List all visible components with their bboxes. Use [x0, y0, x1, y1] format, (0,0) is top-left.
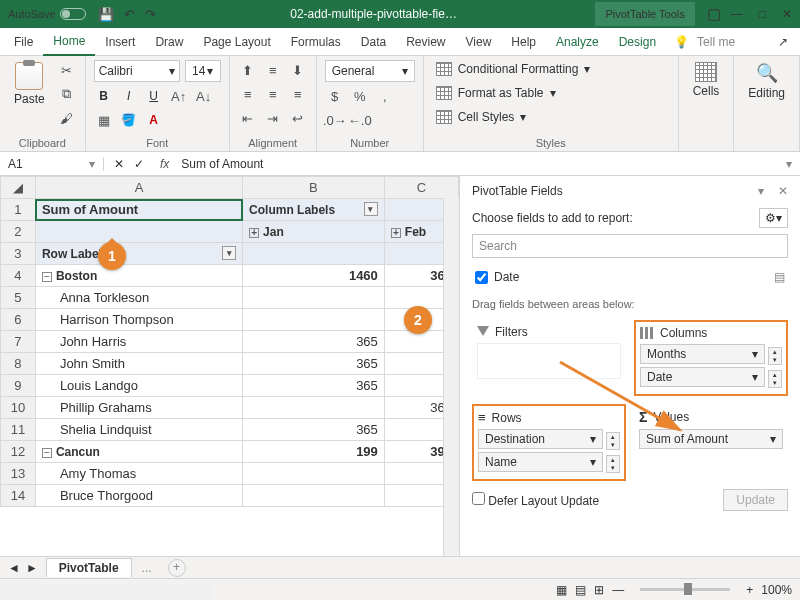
field-search-input[interactable]: Search [472, 234, 788, 258]
cell[interactable]: Bruce Thorgood [35, 485, 242, 507]
cell-styles-button[interactable]: Cell Styles▾ [432, 108, 531, 126]
reorder-spinner[interactable]: ▴▾ [606, 432, 620, 450]
autosave-toggle[interactable] [60, 8, 86, 20]
filter-dropdown-icon[interactable]: ▾ [222, 246, 236, 260]
row-header[interactable]: 5 [1, 287, 36, 309]
cell[interactable] [243, 485, 385, 507]
cell[interactable]: 365 [243, 375, 385, 397]
copy-button[interactable]: ⧉ [57, 84, 77, 104]
cell[interactable] [243, 243, 385, 265]
increase-indent-button[interactable]: ⇥ [263, 108, 283, 128]
field-checkbox[interactable] [475, 271, 488, 284]
decrease-decimal-button[interactable]: ←.0 [350, 110, 370, 130]
cell[interactable]: John Smith [35, 353, 242, 375]
cell[interactable] [243, 287, 385, 309]
tab-page-layout[interactable]: Page Layout [193, 29, 280, 55]
area-columns[interactable]: Columns Months▾▴▾ Date▾▴▾ [634, 320, 788, 396]
cell[interactable]: 365 [243, 331, 385, 353]
editing-button[interactable]: 🔍Editing [742, 60, 791, 102]
cell[interactable] [243, 463, 385, 485]
format-painter-button[interactable]: 🖌 [57, 108, 77, 128]
area-item[interactable]: Date▾ [640, 367, 765, 387]
zoom-level[interactable]: 100% [761, 583, 792, 597]
col-header-a[interactable]: A [35, 177, 242, 199]
horizontal-scrollbar[interactable] [0, 584, 210, 600]
reorder-spinner[interactable]: ▴▾ [768, 370, 782, 388]
row-header[interactable]: 6 [1, 309, 36, 331]
close-icon[interactable]: ✕ [782, 7, 792, 21]
filter-dropdown-icon[interactable]: ▾ [364, 202, 378, 216]
expand-icon[interactable]: + [391, 228, 401, 238]
sheet-tab-overflow[interactable]: ... [132, 559, 162, 577]
align-left-button[interactable]: ≡ [238, 84, 258, 104]
prev-sheet-icon[interactable]: ◄ [8, 561, 20, 575]
bold-button[interactable]: B [94, 86, 114, 106]
tab-help[interactable]: Help [501, 29, 546, 55]
tab-data[interactable]: Data [351, 29, 396, 55]
cell[interactable]: −Boston [35, 265, 242, 287]
cell[interactable]: Harrison Thompson [35, 309, 242, 331]
align-top-button[interactable]: ⬆ [238, 60, 258, 80]
minimize-icon[interactable]: — [731, 7, 743, 21]
cell[interactable] [35, 221, 242, 243]
cell[interactable]: Amy Thomas [35, 463, 242, 485]
row-header[interactable]: 13 [1, 463, 36, 485]
paste-button[interactable]: Paste [8, 60, 51, 108]
row-header[interactable]: 14 [1, 485, 36, 507]
area-filters[interactable]: Filters [472, 320, 626, 396]
row-header[interactable]: 9 [1, 375, 36, 397]
cell[interactable]: 365 [243, 419, 385, 441]
chevron-down-icon[interactable]: ▾ [758, 184, 764, 198]
align-right-button[interactable]: ≡ [288, 84, 308, 104]
cell[interactable]: John Harris [35, 331, 242, 353]
worksheet[interactable]: ◢ABC 1Sum of AmountColumn Labels▾ 2+Jan+… [0, 176, 460, 556]
tab-view[interactable]: View [456, 29, 502, 55]
borders-button[interactable]: ▦ [94, 110, 114, 130]
align-center-button[interactable]: ≡ [263, 84, 283, 104]
font-size-select[interactable]: 14▾ [185, 60, 221, 82]
defer-checkbox[interactable] [472, 492, 485, 505]
tab-design[interactable]: Design [609, 29, 666, 55]
format-as-table-button[interactable]: Format as Table▾ [432, 84, 560, 102]
area-item[interactable]: Sum of Amount▾ [639, 429, 783, 449]
row-header[interactable]: 1 [1, 199, 36, 221]
page-break-view-icon[interactable]: ⊞ [594, 583, 604, 597]
collapse-icon[interactable]: − [42, 448, 52, 458]
cell[interactable]: Anna Torkleson [35, 287, 242, 309]
sheet-tab[interactable]: PivotTable [46, 558, 132, 577]
number-format-select[interactable]: General▾ [325, 60, 415, 82]
redo-icon[interactable]: ↷ [145, 7, 156, 22]
normal-view-icon[interactable]: ▦ [556, 583, 567, 597]
cells-button[interactable]: Cells [687, 60, 726, 100]
tab-insert[interactable]: Insert [95, 29, 145, 55]
cell[interactable]: Phillip Grahams [35, 397, 242, 419]
area-item[interactable]: Name▾ [478, 452, 603, 472]
area-item[interactable]: Destination▾ [478, 429, 603, 449]
cancel-icon[interactable]: ✕ [114, 157, 124, 171]
tell-me-input[interactable]: Tell me [697, 35, 735, 49]
cut-button[interactable]: ✂ [57, 60, 77, 80]
decrease-font-button[interactable]: A↓ [194, 86, 214, 106]
fill-color-button[interactable]: 🪣 [119, 110, 139, 130]
next-sheet-icon[interactable]: ► [26, 561, 38, 575]
row-header[interactable]: 12 [1, 441, 36, 463]
select-all[interactable]: ◢ [1, 177, 36, 199]
row-header[interactable]: 8 [1, 353, 36, 375]
row-header[interactable]: 4 [1, 265, 36, 287]
row-header[interactable]: 11 [1, 419, 36, 441]
close-pane-icon[interactable]: ✕ [778, 184, 788, 198]
font-color-button[interactable]: A [144, 110, 164, 130]
increase-decimal-button[interactable]: .0→ [325, 110, 345, 130]
cell[interactable]: 1460 [243, 265, 385, 287]
expand-formula-bar-icon[interactable]: ▾ [778, 157, 800, 171]
cell[interactable] [243, 397, 385, 419]
fx-icon[interactable]: fx [154, 157, 175, 171]
save-icon[interactable]: 💾 [98, 7, 114, 22]
row-header[interactable]: 2 [1, 221, 36, 243]
font-name-select[interactable]: Calibri▾ [94, 60, 180, 82]
maximize-icon[interactable]: □ [759, 7, 766, 21]
formula-input[interactable]: Sum of Amount [175, 157, 778, 171]
cell[interactable]: 199 [243, 441, 385, 463]
vertical-scrollbar[interactable] [443, 198, 459, 556]
increase-font-button[interactable]: A↑ [169, 86, 189, 106]
